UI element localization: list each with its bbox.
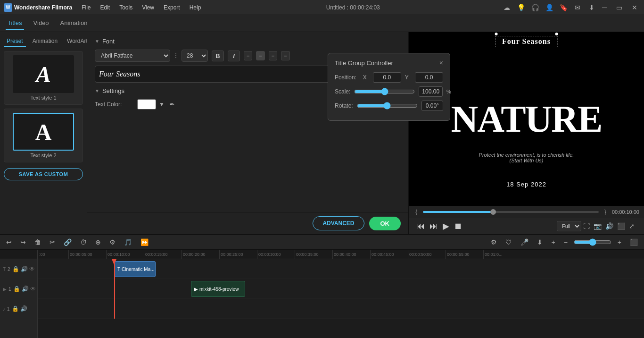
cut-button[interactable]: ✂ xyxy=(47,237,58,247)
headphone-icon[interactable]: 🎧 xyxy=(529,2,541,13)
tgc-x-label: X xyxy=(363,74,369,81)
add-icon[interactable]: + xyxy=(549,237,557,247)
font-family-select[interactable]: Abril Fatface xyxy=(95,50,170,62)
text-style-2[interactable]: A Text style 2 xyxy=(4,109,83,162)
bookmark-icon[interactable]: 🔖 xyxy=(558,2,569,13)
tgc-close-button[interactable]: × xyxy=(439,59,443,67)
track-1-lock-icon[interactable]: 🔒 xyxy=(13,286,20,292)
audio-track-icon: ♪ xyxy=(3,306,5,312)
align-left-button[interactable]: ≡ xyxy=(244,51,252,60)
zoom-in-icon[interactable]: + xyxy=(615,237,624,247)
eyedropper-button[interactable]: ✒ xyxy=(167,100,177,109)
tgc-y-input[interactable] xyxy=(415,72,443,83)
menu-view[interactable]: View xyxy=(138,2,158,13)
menu-file[interactable]: File xyxy=(78,2,94,13)
progress-dot[interactable] xyxy=(490,209,496,215)
color-dropdown-icon[interactable]: ▼ xyxy=(159,101,165,108)
logo-icon: W xyxy=(4,3,12,12)
track-1-eye-icon[interactable]: 👁 xyxy=(30,286,36,292)
download-icon[interactable]: ⬇ xyxy=(586,2,597,13)
italic-button[interactable]: I xyxy=(228,51,240,61)
align-right-button[interactable]: ≡ xyxy=(269,51,277,60)
zoom-out-icon[interactable]: − xyxy=(561,237,570,247)
tab-video[interactable]: Video xyxy=(32,17,51,30)
text-style-1-label: Text style 1 xyxy=(30,95,56,101)
mic-icon[interactable]: 🎤 xyxy=(518,237,531,247)
preset-tab-preset[interactable]: Preset xyxy=(4,36,26,47)
font-size-select[interactable]: 28 xyxy=(182,50,208,62)
fullscreen-icon[interactable]: ⛶ xyxy=(581,221,592,231)
mix-icon[interactable]: ⬇ xyxy=(535,237,545,247)
menu-edit[interactable]: Edit xyxy=(96,2,114,13)
text-color-label: Text Color: xyxy=(95,101,132,108)
cloud-icon[interactable]: ☁ xyxy=(501,2,512,13)
tgc-scale-unit: % xyxy=(446,89,451,94)
preview-controls: { } 00:00:10:00 xyxy=(409,206,644,218)
track-2-volume-icon[interactable]: 🔊 xyxy=(21,266,28,272)
progress-bar[interactable] xyxy=(423,211,599,213)
track-2-lock-icon[interactable]: 🔒 xyxy=(12,266,19,272)
preset-tab-animation[interactable]: Animation xyxy=(30,36,60,47)
tgc-scale-row: Scale: 100.00 % xyxy=(335,86,443,97)
undo-button[interactable]: ↩ xyxy=(4,237,14,247)
text-clip[interactable]: T Cinematic Ma... xyxy=(114,261,156,277)
expand-icon[interactable]: ⤢ xyxy=(627,221,636,231)
audio-lock-icon[interactable]: 🔒 xyxy=(12,305,19,312)
track-2-eye-icon[interactable]: 👁 xyxy=(29,266,35,272)
quality-select[interactable]: Full xyxy=(557,221,581,231)
maximize-button[interactable]: ▭ xyxy=(613,3,625,12)
split-button[interactable]: ⊕ xyxy=(93,237,103,247)
shield-icon[interactable]: 🛡 xyxy=(503,237,514,247)
adjust-button[interactable]: ⚙ xyxy=(107,237,118,247)
save-as-custom-button[interactable]: SAVE AS CUSTOM xyxy=(4,168,83,180)
tgc-x-input[interactable] xyxy=(373,72,401,83)
menu-tools[interactable]: Tools xyxy=(116,2,136,13)
audio-mute-icon[interactable]: 🔊 xyxy=(20,305,27,312)
delete-button[interactable]: 🗑 xyxy=(32,237,43,247)
minimize-button[interactable]: ─ xyxy=(599,3,610,12)
align-center-button[interactable]: ≡ xyxy=(256,51,264,60)
tgc-rotate-slider[interactable] xyxy=(357,102,418,110)
track-1-volume-icon[interactable]: 🔊 xyxy=(22,286,29,292)
link-button[interactable]: 🔗 xyxy=(61,237,74,247)
track-2-num: 2 xyxy=(8,267,10,272)
volume-icon[interactable]: 🔊 xyxy=(603,221,615,231)
preview-date: 18 Sep 2022 xyxy=(506,181,546,188)
fit-icon[interactable]: ⬛ xyxy=(627,237,640,247)
stop-button[interactable]: ⏹ xyxy=(454,221,462,231)
step-back-button[interactable]: ⏭ xyxy=(429,221,438,231)
play-button[interactable]: ▶ xyxy=(443,221,449,231)
color-swatch[interactable] xyxy=(137,99,156,110)
mail-icon[interactable]: ✉ xyxy=(572,2,583,13)
tgc-scale-slider[interactable] xyxy=(354,88,415,95)
redo-button[interactable]: ↪ xyxy=(18,237,28,247)
font-section-header[interactable]: ▼ Font xyxy=(95,38,401,45)
forward-button[interactable]: ⏩ xyxy=(138,237,151,247)
export-frame-icon[interactable]: ⬛ xyxy=(615,221,627,231)
settings-icon[interactable]: ⚙ xyxy=(488,237,499,247)
tgc-rotate-label: Rotate: xyxy=(335,102,353,109)
audio-button[interactable]: 🎵 xyxy=(122,237,134,247)
bulb-icon[interactable]: 💡 xyxy=(515,2,527,13)
track-2-icons: 🔒 🔊 👁 xyxy=(12,266,35,272)
timer-button[interactable]: ⏱ xyxy=(78,237,89,247)
text-style-1[interactable]: A Text style 1 xyxy=(4,51,83,105)
audio-track-num: 1 xyxy=(7,306,10,312)
advanced-button[interactable]: ADVANCED xyxy=(313,216,364,230)
ok-button[interactable]: OK xyxy=(369,217,401,230)
bold-button[interactable]: B xyxy=(212,51,224,61)
skip-back-button[interactable]: ⏮ xyxy=(416,221,425,231)
preset-tab-wordart[interactable]: WordArt xyxy=(64,36,87,47)
avatar-icon[interactable]: 👤 xyxy=(544,2,555,13)
window-title: Untitled : 00:00:24:03 xyxy=(206,4,499,11)
screenshot-icon[interactable]: 📷 xyxy=(592,221,603,231)
ruler-mark-0: :00 xyxy=(38,250,68,259)
tab-animation[interactable]: Animation xyxy=(58,17,90,30)
align-justify-button[interactable]: ≡ xyxy=(281,51,289,60)
menu-help[interactable]: Help xyxy=(186,2,205,13)
close-button[interactable]: ✕ xyxy=(629,3,640,12)
tab-titles[interactable]: Titles xyxy=(6,17,24,30)
video-clip[interactable]: ▶ mixkit-458-preview xyxy=(191,281,245,297)
menu-export[interactable]: Export xyxy=(160,2,184,13)
zoom-slider[interactable] xyxy=(574,238,611,246)
